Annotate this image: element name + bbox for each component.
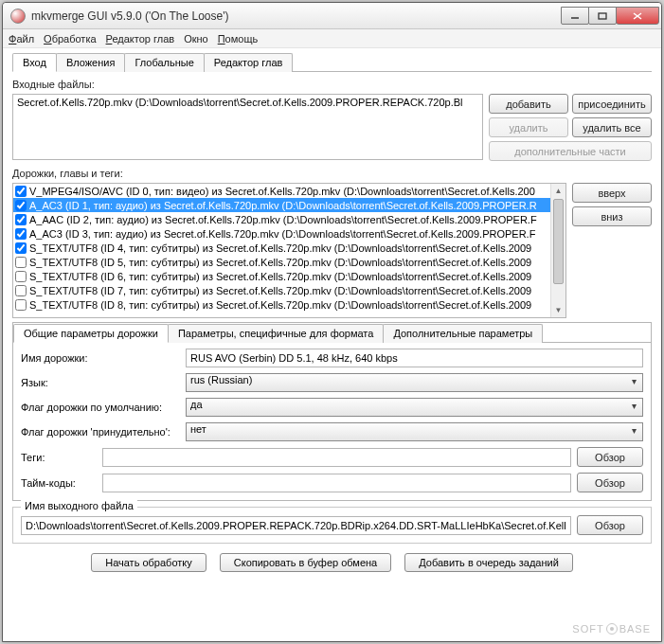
track-name-input[interactable]	[186, 349, 643, 367]
app-icon	[10, 9, 26, 24]
close-button[interactable]	[616, 7, 659, 25]
additional-parts-button[interactable]: дополнительные части	[489, 141, 652, 161]
menubar: Файл Обработка Редактор глав Окно Помощь	[3, 29, 661, 48]
app-window: mkvmerge GUI v5.9.0 ('On The Loose') Фай…	[2, 2, 662, 642]
track-checkbox[interactable]	[15, 299, 27, 311]
remove-all-button[interactable]: удалить все	[572, 117, 652, 137]
timecodes-label: Тайм-коды:	[21, 477, 97, 489]
top-tabs: Вход Вложения Глобальные Редактор глав	[12, 52, 652, 72]
remove-button[interactable]: удалить	[489, 117, 568, 137]
track-checkbox[interactable]	[15, 200, 27, 211]
track-item[interactable]: S_TEXT/UTF8 (ID 5, тип: субтитры) из Sec…	[13, 255, 565, 269]
tab-format-params[interactable]: Параметры, специфичные для формата	[168, 324, 384, 343]
start-button[interactable]: Начать обработку	[91, 553, 206, 572]
tab-input[interactable]: Вход	[12, 53, 57, 72]
scroll-thumb[interactable]	[553, 199, 564, 284]
timecodes-input[interactable]	[102, 474, 571, 492]
track-text: A_AC3 (ID 1, тип: аудио) из Secret.of.Ke…	[29, 200, 537, 211]
down-button[interactable]: вниз	[572, 206, 652, 226]
menu-process[interactable]: Обработка	[44, 33, 96, 45]
tracks-label: Дорожки, главы и теги:	[12, 168, 652, 179]
append-button[interactable]: присоединить	[572, 94, 652, 114]
menu-file[interactable]: Файл	[9, 33, 34, 45]
forced-flag-label: Флаг дорожки 'принудительно':	[21, 426, 180, 438]
track-item[interactable]: V_MPEG4/ISO/AVC (ID 0, тип: видео) из Se…	[13, 184, 565, 198]
bottom-buttons: Начать обработку Скопировать в буфер обм…	[12, 553, 652, 572]
track-name-label: Имя дорожки:	[21, 352, 180, 364]
track-item[interactable]: S_TEXT/UTF8 (ID 8, тип: субтитры) из Sec…	[13, 297, 565, 312]
default-flag-select[interactable]: да	[186, 398, 643, 417]
titlebar[interactable]: mkvmerge GUI v5.9.0 ('On The Loose')	[3, 3, 661, 29]
content-area: Вход Вложения Глобальные Редактор глав В…	[3, 48, 661, 641]
add-to-queue-button[interactable]: Добавить в очередь заданий	[404, 553, 573, 572]
tracks-list[interactable]: V_MPEG4/ISO/AVC (ID 0, тип: видео) из Se…	[12, 183, 566, 318]
timecodes-browse-button[interactable]: Обзор	[577, 473, 643, 492]
track-text: A_AAC (ID 2, тип: аудио) из Secret.of.Ke…	[29, 214, 537, 225]
output-file-input[interactable]	[21, 516, 571, 535]
track-text: S_TEXT/UTF8 (ID 5, тип: субтитры) из Sec…	[29, 257, 531, 268]
language-select[interactable]: rus (Russian)	[186, 373, 643, 392]
menu-help[interactable]: Помощь	[218, 33, 259, 45]
tags-browse-button[interactable]: Обзор	[577, 447, 643, 467]
track-item[interactable]: S_TEXT/UTF8 (ID 7, тип: субтитры) из Sec…	[13, 283, 565, 297]
add-button[interactable]: добавить	[489, 94, 568, 114]
track-checkbox[interactable]	[15, 271, 27, 282]
svg-rect-1	[599, 13, 606, 19]
track-item[interactable]: A_AC3 (ID 1, тип: аудио) из Secret.of.Ke…	[13, 198, 565, 212]
output-file-legend: Имя выходного файла	[21, 500, 137, 511]
forced-flag-select[interactable]: нет	[186, 422, 643, 441]
track-checkbox[interactable]	[15, 214, 27, 225]
tab-general-params[interactable]: Общие параметры дорожки	[13, 324, 169, 343]
track-checkbox[interactable]	[15, 242, 27, 254]
track-text: S_TEXT/UTF8 (ID 4, тип: субтитры) из Sec…	[29, 242, 531, 254]
track-text: S_TEXT/UTF8 (ID 6, тип: субтитры) из Sec…	[29, 271, 531, 282]
output-browse-button[interactable]: Обзор	[577, 515, 643, 535]
input-file-item[interactable]: Secret.of.Kells.720p.mkv (D:\Downloads\t…	[17, 97, 478, 108]
track-text: S_TEXT/UTF8 (ID 8, тип: субтитры) из Sec…	[29, 299, 531, 311]
track-text: S_TEXT/UTF8 (ID 7, тип: субтитры) из Sec…	[29, 285, 531, 296]
menu-window[interactable]: Окно	[184, 33, 208, 45]
tab-extra-params[interactable]: Дополнительные параметры	[383, 324, 543, 343]
tab-global[interactable]: Глобальные	[124, 53, 204, 72]
track-item[interactable]: A_AAC (ID 2, тип: аудио) из Secret.of.Ke…	[13, 212, 565, 226]
track-checkbox[interactable]	[15, 257, 27, 268]
track-item[interactable]: S_TEXT/UTF8 (ID 6, тип: субтитры) из Sec…	[13, 269, 565, 283]
track-checkbox[interactable]	[15, 285, 27, 296]
copy-cmdline-button[interactable]: Скопировать в буфер обмена	[220, 553, 391, 572]
track-params-panel: Общие параметры дорожки Параметры, специ…	[12, 322, 652, 501]
tags-label: Теги:	[21, 452, 97, 463]
minimize-button[interactable]	[561, 7, 589, 25]
tab-chapters[interactable]: Редактор глав	[204, 53, 294, 72]
menu-chapters[interactable]: Редактор глав	[106, 33, 175, 45]
default-flag-label: Флаг дорожки по умолчанию:	[21, 402, 180, 413]
tab-attachments[interactable]: Вложения	[56, 53, 126, 72]
track-checkbox[interactable]	[15, 228, 27, 240]
output-file-group: Имя выходного файла Обзор	[12, 507, 652, 544]
input-files-label: Входные файлы:	[12, 79, 652, 90]
scroll-down-icon[interactable]: ▼	[551, 303, 565, 317]
tracks-scrollbar[interactable]: ▲ ▼	[550, 184, 565, 317]
maximize-button[interactable]	[588, 7, 617, 25]
track-checkbox[interactable]	[15, 186, 27, 197]
track-text: V_MPEG4/ISO/AVC (ID 0, тип: видео) из Se…	[29, 186, 535, 197]
up-button[interactable]: вверх	[572, 183, 652, 203]
track-item[interactable]: A_AC3 (ID 3, тип: аудио) из Secret.of.Ke…	[13, 226, 565, 241]
input-files-list[interactable]: Secret.of.Kells.720p.mkv (D:\Downloads\t…	[12, 94, 483, 160]
track-text: A_AC3 (ID 3, тип: аудио) из Secret.of.Ke…	[29, 228, 535, 240]
language-label: Язык:	[21, 377, 180, 388]
tags-input[interactable]	[102, 448, 571, 467]
window-title: mkvmerge GUI v5.9.0 ('On The Loose')	[31, 9, 562, 23]
window-controls	[562, 7, 659, 25]
scroll-up-icon[interactable]: ▲	[551, 184, 565, 198]
track-item[interactable]: S_TEXT/UTF8 (ID 4, тип: субтитры) из Sec…	[13, 241, 565, 255]
